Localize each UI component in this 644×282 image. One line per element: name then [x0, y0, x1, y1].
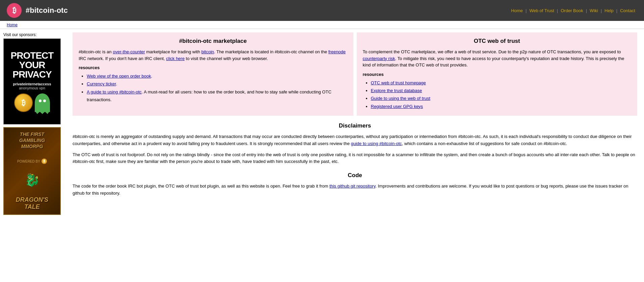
sidebar: Visit our sponsors: PROTECTYOURPRIVACY p… — [0, 32, 66, 215]
sponsor-label: Visit our sponsors: — [3, 32, 62, 37]
gpg-keys-link[interactable]: Registered user GPG keys — [371, 104, 423, 109]
nav-sep-3: | — [585, 8, 588, 13]
trust-resources-list: OTC web of trust homepage Explore the tr… — [363, 79, 632, 111]
info-boxes: #bitcoin-otc marketplace #bitcoin-otc is… — [73, 32, 637, 116]
sponsor2-bitcoin-coin-icon: ₿ — [42, 159, 47, 164]
list-item: OTC web of trust homepage — [371, 79, 632, 87]
list-item: Currency ticker. — [87, 80, 347, 88]
nav-sep-5: | — [616, 8, 618, 13]
disclaimers-para1: #bitcoin-otc is merely an aggregator of … — [73, 133, 637, 147]
nav-home[interactable]: Home — [509, 8, 525, 13]
nav-help[interactable]: Help — [602, 8, 616, 13]
guide-using-link[interactable]: guide to using #bitcoin-otc — [351, 141, 402, 146]
currency-ticker-link[interactable]: Currency ticker — [87, 81, 116, 86]
main-content: #bitcoin-otc marketplace #bitcoin-otc is… — [66, 32, 644, 215]
site-header: ₿ #bitcoin-otc Home | Web of Trust | Ord… — [0, 0, 644, 21]
code-section: Code The code for the order book IRC bot… — [73, 172, 637, 197]
sponsor1-icons: ₿ — [14, 93, 50, 112]
bitcoin-coin-icon: ₿ — [14, 93, 33, 112]
ghost-eye-left — [39, 100, 42, 102]
sponsor2-powered: POWERED BY ₿ — [17, 159, 47, 164]
ghost-figure-icon — [35, 93, 50, 112]
trust-title: OTC web of trust — [363, 38, 632, 45]
clickhere-link[interactable]: click here — [166, 56, 185, 61]
marketplace-intro: #bitcoin-otc is an over-the-counter mark… — [79, 49, 347, 62]
freenode-link[interactable]: freenode — [328, 49, 346, 54]
sponsor1-sub-bold: privateinternetaccess — [13, 82, 51, 86]
marketplace-box: #bitcoin-otc marketplace #bitcoin-otc is… — [73, 32, 353, 116]
list-item: Explore the trust database — [371, 87, 632, 94]
orderbook-view-link[interactable]: Web view of the open order book — [87, 74, 151, 79]
marketplace-resources-title: resources — [79, 65, 347, 70]
over-the-counter-link[interactable]: over-the-counter — [113, 49, 145, 54]
guide-wot-link[interactable]: Guide to using the web of trust — [371, 96, 430, 101]
sponsor-box-1[interactable]: PROTECTYOURPRIVACY privateinternetaccess… — [3, 38, 61, 124]
list-item: A guide to using #bitcoin-otc. A must-re… — [87, 88, 347, 104]
sponsor1-title: PROTECTYOURPRIVACY — [11, 51, 54, 79]
marketplace-resources-list: Web view of the open order book. Currenc… — [79, 72, 347, 104]
trust-intro: To complement the OTC marketplace, we of… — [363, 49, 632, 68]
github-link[interactable]: this github git repository — [329, 184, 375, 189]
ghost-eye-right — [43, 100, 46, 102]
main-wrapper: Visit our sponsors: PROTECTYOURPRIVACY p… — [0, 29, 644, 218]
list-item: Registered user GPG keys — [371, 103, 632, 110]
nav-wot[interactable]: Web of Trust — [527, 8, 556, 13]
nav-sep-4: | — [600, 8, 602, 13]
sponsor2-top: The FirstGamblingMMORPG — [19, 131, 45, 150]
wot-homepage-link[interactable]: OTC web of trust homepage — [371, 80, 426, 85]
nav-contact[interactable]: Contact — [618, 8, 637, 13]
sponsor1-sub: privateinternetaccessanonymous vpn — [13, 82, 51, 90]
sponsor2-bottom: Dragon'sTale — [16, 196, 48, 211]
bitcoin-link[interactable]: bitcoin — [201, 49, 214, 54]
bitcoin-logo-icon: ₿ — [7, 3, 22, 18]
nav-sep-1: | — [525, 8, 527, 13]
breadcrumb-home-link[interactable]: Home — [7, 23, 18, 27]
header-left: ₿ #bitcoin-otc — [7, 3, 68, 18]
sponsor2-dragon-icon: 🐉 — [25, 173, 40, 187]
list-item: Guide to using the web of trust — [371, 94, 632, 102]
disclaimers-section: Disclaimers #bitcoin-otc is merely an ag… — [73, 122, 637, 165]
site-title: #bitcoin-otc — [26, 6, 68, 15]
ghost-eyes — [39, 100, 46, 102]
trust-resources-title: resources — [363, 72, 632, 77]
breadcrumb: Home — [0, 21, 644, 29]
guide-link[interactable]: A guide to using #bitcoin-otc — [87, 89, 142, 94]
nav-orderbook[interactable]: Order Book — [559, 8, 585, 13]
disclaimers-title: Disclaimers — [73, 122, 637, 129]
nav-wiki[interactable]: Wiki — [588, 8, 600, 13]
code-para: The code for the order book IRC bot plug… — [73, 183, 637, 197]
main-nav: Home | Web of Trust | Order Book | Wiki … — [509, 8, 637, 13]
trust-db-link[interactable]: Explore the trust database — [371, 88, 422, 93]
disclaimers-para2: The OTC web of trust is not foolproof. D… — [73, 151, 637, 166]
list-item: Web view of the open order book. — [87, 72, 347, 80]
code-title: Code — [73, 172, 637, 179]
counterparty-risk-link[interactable]: counterparty risk — [363, 56, 395, 61]
sponsor-box-2[interactable]: The FirstGamblingMMORPG POWERED BY ₿ 🐉 D… — [3, 127, 61, 215]
trust-box: OTC web of trust To complement the OTC m… — [357, 32, 638, 116]
nav-sep-2: | — [556, 8, 559, 13]
marketplace-title: #bitcoin-otc marketplace — [79, 38, 347, 45]
